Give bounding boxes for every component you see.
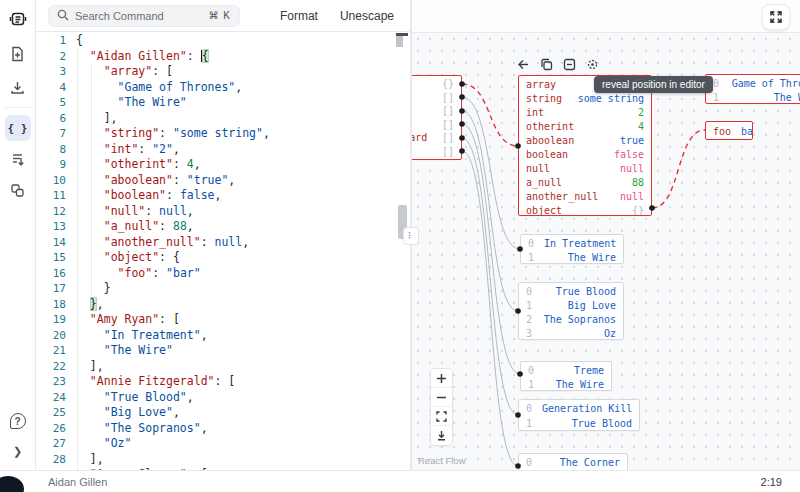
line-number: 8 [36,142,66,158]
object-foo-node[interactable]: foobar [705,121,753,140]
editor-line[interactable]: 28 ], [36,452,410,468]
zoom-in-button[interactable] [431,369,452,388]
editor-line[interactable]: 20 "In Treatment", [36,328,410,344]
reveal-position-icon[interactable] [585,57,599,71]
zoom-out-button[interactable] [431,388,452,407]
node-row[interactable]: 0Game of Thrones [706,76,800,90]
editor-line[interactable]: 4 "Game of Thrones", [36,80,410,96]
panel-resize-handle[interactable]: ⠇ [403,227,419,245]
node-row[interactable]: 1The Wire [521,377,611,391]
back-icon[interactable] [516,57,530,71]
node-index: 1 [528,379,534,390]
node-row[interactable]: 0The Corner [519,455,627,469]
editor-line[interactable]: 9 "otherint": 4, [36,157,410,173]
editor-line[interactable]: 24 "True Blood", [36,390,410,406]
code-editor[interactable]: 1{2 "Aidan Gillen": {3 "array": [4 "Game… [36,32,410,470]
editor-line[interactable]: 10 "aboolean": "true", [36,173,410,189]
editor-line[interactable]: 12 "null": null, [36,204,410,220]
editor-line[interactable]: 8 "int": "2", [36,142,410,158]
format-button[interactable]: Format [280,9,318,23]
node-row[interactable]: 2The Sopranos [519,312,623,326]
array-node[interactable]: 0Game of Thrones1The Wire [705,74,800,104]
search-command-box[interactable]: ⌘ K [48,5,240,27]
json-editor-icon[interactable]: { } [5,115,31,141]
node-row[interactable]: 0In Treatment [521,236,623,250]
root-node[interactable]: Aidan Gillen{}Amy Ryan[]Annie Fitzgerald… [412,75,462,160]
editor-line[interactable]: 25 "Big Love", [36,405,410,421]
new-document-icon[interactable] [5,41,31,67]
editor-line[interactable]: 23 "Annie Fitzgerald": [ [36,374,410,390]
collapse-sidebar-icon[interactable]: ❯ [5,438,31,464]
collapse-node-icon[interactable] [562,57,576,71]
node-row[interactable]: 1The Wire [521,250,623,264]
editor-line[interactable]: 16 "foo": "bar" [36,266,410,282]
node-row[interactable]: another_nullnull [519,189,651,203]
copy-icon[interactable] [539,57,553,71]
editor-line[interactable]: 17 } [36,281,410,297]
help-icon[interactable]: ? [5,408,31,434]
fullscreen-button[interactable] [762,4,790,30]
node-row[interactable]: a_null88 [519,175,651,189]
code-text: "Amy Ryan": [ [76,312,180,328]
amy-ryan-node[interactable]: 0In Treatment1The Wire [520,234,624,264]
reactflow-attribution: React Flow [418,455,466,466]
node-row[interactable]: Alexander Skarsgard[] [412,131,461,145]
editor-line[interactable]: 15 "object": { [36,250,410,266]
editor-line[interactable]: 18 }, [36,297,410,313]
editor-line[interactable]: 5 "The Wire" [36,95,410,111]
anwan-glover-node[interactable]: 0Treme1The Wire [520,361,612,391]
node-row[interactable]: 3Oz [519,326,623,340]
annie-fitzgerald-node[interactable]: 0True Blood1Big Love2The Sopranos3Oz [518,282,624,340]
node-row[interactable]: stringsome string [519,91,651,105]
editor-line[interactable]: 2 "Aidan Gillen": { [36,49,410,65]
editor-line[interactable]: 6 ], [36,111,410,127]
node-row[interactable]: 0Treme [521,363,611,377]
editor-line[interactable]: 13 "a_null": 88, [36,219,410,235]
node-row[interactable]: 0True Blood [519,284,623,298]
editor-line[interactable]: 27 "Oz" [36,436,410,452]
node-row[interactable]: booleanfalse [519,147,651,161]
node-row[interactable]: 1The Wire [706,90,800,104]
app-logo-icon[interactable] [5,6,31,32]
aidan-gillen-node[interactable]: array[]stringsome stringint2otherint4abo… [518,75,652,216]
editor-line[interactable]: 14 "another_null": null, [36,235,410,251]
editor-line[interactable]: 22 ], [36,359,410,375]
line-number: 19 [36,312,66,328]
node-row[interactable]: int2 [519,105,651,119]
node-row[interactable]: nullnull [519,161,651,175]
node-row[interactable]: object{} [519,203,651,216]
line-number: 17 [36,281,66,297]
search-input[interactable] [75,10,203,22]
node-row[interactable]: otherint4 [519,119,651,133]
editor-line[interactable]: 26 "The Sopranos", [36,421,410,437]
line-number: 22 [36,359,66,375]
download-image-button[interactable] [431,426,452,445]
unescape-button[interactable]: Unescape [340,9,394,23]
zoom-controls [430,368,453,446]
node-row[interactable]: Anwan Glover[] [412,118,461,132]
editor-line[interactable]: 1{ [36,33,410,49]
node-row[interactable]: 0Generation Kill [519,401,639,416]
editor-line[interactable]: 11 "boolean": false, [36,188,410,204]
node-row[interactable]: 1True Blood [519,416,639,431]
alexander-skarsgard-node[interactable]: 0Generation Kill1True Blood [518,399,640,431]
node-row[interactable]: Amy Ryan[] [412,91,461,105]
node-row[interactable]: 1Big Love [519,298,623,312]
code-text: "string": "some string", [76,126,270,142]
editor-line[interactable]: 19 "Amy Ryan": [ [36,312,410,328]
node-index: 3 [526,328,532,339]
node-row[interactable]: abooleantrue [519,133,651,147]
fit-view-button[interactable] [431,407,452,426]
editor-line[interactable]: 3 "array": [ [36,64,410,80]
node-row[interactable]: Aidan Gillen{} [412,77,461,91]
branches-icon[interactable] [5,177,31,203]
node-row[interactable]: Annie Fitzgerald[] [412,104,461,118]
node-row[interactable]: foobar [706,123,752,140]
download-icon[interactable] [5,74,31,100]
alice-farmer-node[interactable]: 0The Corner1Oz2The Wire [518,453,628,470]
editor-line[interactable]: 21 "The Wire" [36,343,410,359]
line-number: 25 [36,405,66,421]
transform-icon[interactable] [5,146,31,172]
editor-line[interactable]: 7 "string": "some string", [36,126,410,142]
node-row[interactable]: Alice Farmer[] [412,145,461,159]
